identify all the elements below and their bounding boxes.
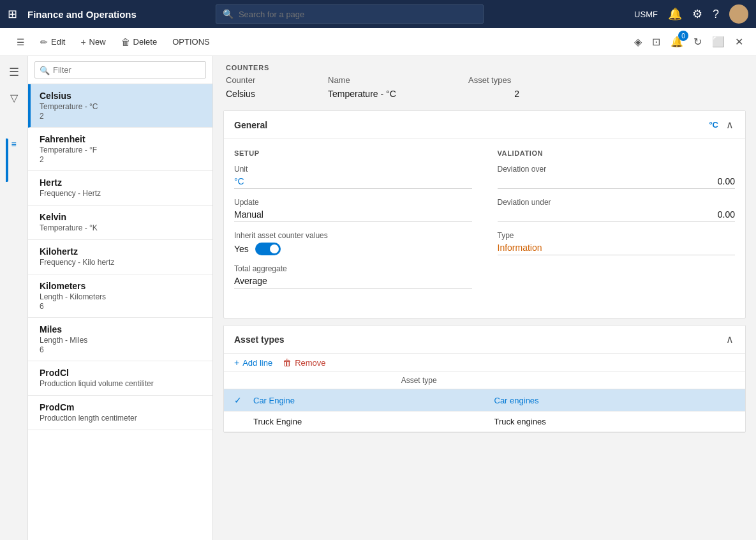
add-line-label: Add line — [242, 358, 272, 368]
remove-label: Remove — [295, 358, 325, 368]
asset-types-header: Asset types ∧ — [224, 326, 745, 354]
total-aggregate-value[interactable]: Average — [234, 276, 472, 289]
list-item[interactable]: Fahrenheit Temperature - °F 2 — [28, 128, 212, 171]
asset-type-col-header: Asset type — [401, 376, 568, 385]
item-sub: Temperature - °F — [40, 146, 204, 154]
grid-icon[interactable]: ⊞ — [8, 7, 17, 21]
delete-button[interactable]: 🗑 Delete — [115, 34, 164, 50]
validation-label: VALIDATION — [498, 149, 736, 157]
close-icon-btn[interactable]: ✕ — [732, 33, 746, 50]
item-count: 6 — [40, 345, 204, 354]
maximize-icon-btn[interactable]: ⬜ — [709, 33, 727, 50]
filter-box-wrap: 🔍 — [34, 61, 206, 79]
item-count: 2 — [40, 155, 204, 164]
general-section: General °C ∧ SETUP Unit °C Update — [223, 110, 746, 319]
list-item[interactable]: Celsius Temperature - °C 2 — [28, 84, 212, 128]
help-icon[interactable]: ? — [713, 8, 719, 21]
toggle-yes-label: Yes — [234, 244, 249, 254]
top-nav: ⊞ Finance and Operations 🔍 USMF 🔔 ⚙ ? — [0, 0, 756, 28]
item-sub: Length - Kilometers — [40, 292, 204, 301]
item-name: Hertz — [40, 177, 204, 188]
bell-icon[interactable]: 🔔 — [668, 7, 682, 21]
notification-badge: 0 — [678, 31, 688, 41]
asset-types-section: Asset types ∧ + Add line 🗑 Remove Asset … — [223, 325, 746, 433]
validation-col: VALIDATION Deviation over 0.00 Deviation… — [498, 149, 736, 297]
item-name: Miles — [40, 324, 204, 334]
item-sub: Temperature - °K — [40, 223, 204, 232]
main-layout: ☰ ▽ ≡ 🔍 Celsius Temperature - °C 2 Fahre… — [0, 56, 756, 540]
section-header-right: °C ∧ — [709, 117, 735, 132]
filter-input[interactable] — [34, 61, 206, 79]
counters-header: COUNTERS Counter Name Asset types Celsiu… — [213, 56, 756, 104]
options-button[interactable]: OPTIONS — [166, 34, 216, 50]
list-item[interactable]: Kilohertz Frequency - Kilo hertz — [28, 240, 212, 274]
edit-button[interactable]: ✏ Edit — [34, 34, 71, 50]
remove-button[interactable]: 🗑 Remove — [283, 357, 325, 368]
list-item[interactable]: Kelvin Temperature - °K — [28, 206, 212, 240]
search-input[interactable] — [239, 10, 477, 19]
total-aggregate-label: Total aggregate — [234, 264, 472, 273]
search-bar[interactable]: 🔍 — [216, 4, 484, 24]
deviation-under-field: Deviation under 0.00 — [498, 198, 736, 222]
new-label: New — [89, 37, 106, 47]
top-nav-right: USMF 🔔 ⚙ ? — [634, 4, 748, 24]
toggle-wrap: Yes — [234, 243, 472, 255]
form-row: SETUP Unit °C Update Manual Inherit asse… — [234, 149, 735, 297]
filter-box: 🔍 — [28, 56, 212, 84]
asset-val: 2 — [468, 89, 545, 99]
col-counter-header: Counter — [226, 75, 328, 85]
asset-row[interactable]: Truck Engine Truck engines — [224, 412, 745, 432]
item-name: Celsius — [40, 91, 204, 101]
general-section-header: General °C ∧ — [224, 111, 745, 139]
row-check: ✓ — [234, 394, 253, 406]
check-mark-icon: ✓ — [234, 395, 242, 405]
gear-icon[interactable]: ⚙ — [692, 7, 702, 21]
update-field: Update Manual — [234, 198, 472, 222]
counters-label: COUNTERS — [226, 64, 743, 71]
refresh-icon-btn[interactable]: ↻ — [691, 33, 704, 50]
filter-icon[interactable]: ▽ — [6, 88, 22, 108]
inherit-toggle[interactable] — [255, 243, 281, 255]
asset-type-col1: Car Engine — [253, 396, 494, 405]
list-item[interactable]: Hertz Frequency - Hertz — [28, 171, 212, 206]
asset-row[interactable]: ✓ Car Engine Car engines — [224, 389, 745, 412]
right-panel: COUNTERS Counter Name Asset types Celsiu… — [213, 56, 756, 540]
edit-label: Edit — [51, 37, 65, 47]
office-icon-btn[interactable]: ⊡ — [649, 33, 663, 50]
hamburger-icon[interactable]: ☰ — [5, 61, 23, 83]
item-name: Fahrenheit — [40, 134, 204, 144]
new-icon: + — [80, 37, 85, 47]
general-collapse-btn[interactable]: ∧ — [725, 117, 735, 132]
pin-icon-btn[interactable]: ◈ — [632, 33, 644, 50]
asset-types-collapse-btn[interactable]: ∧ — [725, 332, 735, 347]
app-title: Finance and Operations — [27, 9, 137, 20]
active-sidebar-icon[interactable]: ≡ — [11, 139, 16, 149]
check-col-header — [234, 376, 401, 385]
deviation-over-value[interactable]: 0.00 — [498, 176, 736, 189]
add-line-button[interactable]: + Add line — [234, 357, 272, 368]
counters-row: Counter Name Asset types — [226, 75, 743, 85]
edit-icon: ✏ — [40, 37, 48, 47]
total-aggregate-field: Total aggregate Average — [234, 264, 472, 289]
sidebar-toggle-button[interactable]: ☰ — [10, 34, 31, 50]
add-line-icon: + — [234, 357, 239, 368]
general-title: General — [234, 120, 267, 130]
list-item[interactable]: Kilometers Length - Kilometers 6 — [28, 274, 212, 318]
delete-icon: 🗑 — [121, 37, 130, 47]
list-item[interactable]: ProdCm Production length centimeter — [28, 396, 212, 430]
general-form-body: SETUP Unit °C Update Manual Inherit asse… — [224, 139, 745, 318]
sidebar-toggle-strip: ☰ ▽ ≡ — [0, 56, 28, 540]
counter-val: Celsius — [226, 89, 328, 99]
sidebar-toggle-icon: ☰ — [17, 37, 25, 47]
avatar[interactable] — [729, 4, 748, 24]
list-item[interactable]: Miles Length - Miles 6 — [28, 318, 212, 361]
list-container: Celsius Temperature - °C 2 Fahrenheit Te… — [28, 84, 212, 540]
list-item[interactable]: ProdCl Production liquid volume centilit… — [28, 361, 212, 396]
item-name: Kilometers — [40, 281, 204, 291]
deviation-under-label: Deviation under — [498, 198, 736, 207]
type-value[interactable]: Information — [498, 243, 736, 255]
unit-value[interactable]: °C — [234, 176, 472, 189]
new-button[interactable]: + New — [74, 34, 112, 50]
deviation-under-value[interactable]: 0.00 — [498, 209, 736, 222]
update-value[interactable]: Manual — [234, 209, 472, 222]
